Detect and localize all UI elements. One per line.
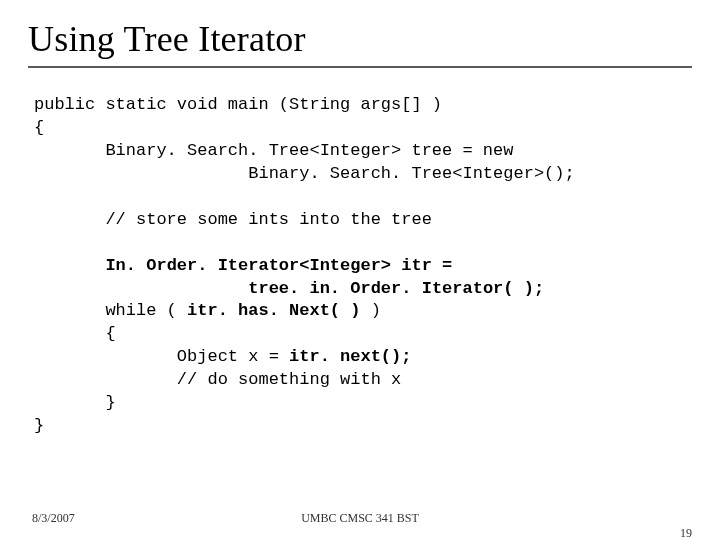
code-line: }: [34, 393, 116, 412]
footer-page-number: 19: [680, 526, 692, 540]
footer-center: UMBC CMSC 341 BST: [0, 511, 720, 526]
slide: Using Tree Iterator public static void m…: [0, 0, 720, 540]
code-line: Binary. Search. Tree<Integer>();: [34, 164, 575, 183]
code-line: // do something with x: [34, 370, 401, 389]
slide-title: Using Tree Iterator: [28, 18, 692, 60]
footer-date: 8/3/2007: [32, 511, 75, 526]
footer: 8/3/2007 UMBC CMSC 341 BST 19: [0, 511, 720, 526]
code-line: }: [34, 416, 44, 435]
title-rule: Using Tree Iterator: [28, 18, 692, 68]
code-bold: tree. in. Order. Iterator( );: [248, 279, 544, 298]
code-block: public static void main (String args[] )…: [34, 94, 692, 438]
code-line: Binary. Search. Tree<Integer> tree = new: [34, 141, 513, 160]
code-line: [34, 256, 105, 275]
code-bold: itr. has. Next( ): [187, 301, 360, 320]
code-line: while (: [34, 301, 187, 320]
code-bold: itr. next();: [289, 347, 411, 366]
code-bold: In. Order. Iterator<Integer> itr =: [105, 256, 452, 275]
code-line: [34, 279, 248, 298]
code-line: {: [34, 324, 116, 343]
code-line: ): [360, 301, 380, 320]
code-line: public static void main (String args[] ): [34, 95, 442, 114]
code-line: Object x =: [34, 347, 289, 366]
code-line: {: [34, 118, 44, 137]
code-line: // store some ints into the tree: [34, 210, 432, 229]
